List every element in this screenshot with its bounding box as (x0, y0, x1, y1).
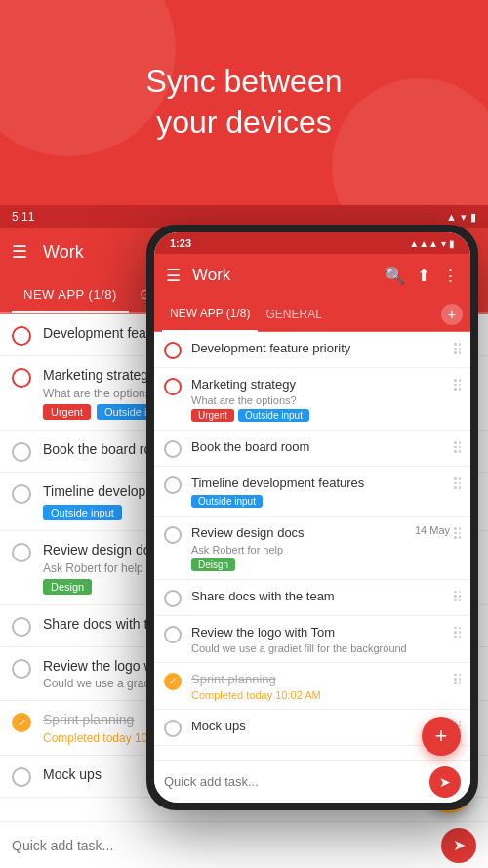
phone-task-subtitle: Completed today 10:02 AM (191, 689, 450, 701)
phone-tab-new-app[interactable]: NEW APP (1/8) (162, 298, 258, 332)
phone-search-icon[interactable]: 🔍 (385, 266, 405, 286)
phone-task-circle (164, 476, 182, 494)
phone-task-item[interactable]: Review the logo with TomCould we use a g… (154, 616, 470, 663)
tablet-status-icons: ▲ ▾ ▮ (446, 211, 476, 224)
phone-drag-handle (454, 588, 461, 602)
hero-line1: Sync between (145, 63, 342, 99)
phone-main-fab[interactable]: + (422, 717, 461, 756)
phone-drag-handle (454, 376, 461, 391)
hero-line2: your devices (156, 104, 332, 140)
phone-drag-handle (454, 624, 461, 639)
phone-task-tags: Outside input (191, 495, 450, 508)
phone-task-title: Timeline development features (191, 475, 450, 492)
phone-task-item[interactable]: Timeline development featuresOutside inp… (154, 467, 470, 517)
phone-drag-handle (454, 524, 461, 539)
phone-drag-handle (454, 475, 461, 489)
task-circle (12, 659, 31, 679)
task-circle (12, 767, 31, 787)
phone-share-icon[interactable]: ⬆ (417, 266, 430, 286)
task-circle (12, 442, 31, 462)
phone-task-subtitle: Ask Robert for help (191, 544, 415, 556)
task-tag: Outside input (43, 505, 122, 520)
device-container: 5:11 ▲ ▾ ▮ ☰ Work 🔍 ⬆ ⋮ NEW APP (1/8) GE… (0, 205, 488, 868)
task-tag: Design (43, 579, 92, 595)
phone-wifi-icon: ▾ (441, 238, 446, 249)
phone-signal-icon: ▲▲▲ (409, 238, 438, 249)
phone-task-circle (164, 626, 182, 643)
task-circle (12, 713, 31, 732)
phone-task-tags: Deisgn (191, 558, 415, 571)
phone-task-item[interactable]: Share docs with the team (154, 580, 470, 616)
phone-task-tag: Urgent (191, 409, 234, 422)
phone-more-icon[interactable]: ⋮ (442, 266, 459, 286)
phone-send-button[interactable]: ➤ (429, 766, 461, 798)
phone-task-circle (164, 526, 182, 544)
phone-task-title: Sprint planning (191, 671, 450, 688)
phone-screen: 1:23 ▲▲▲ ▾ ▮ ☰ Work 🔍 ⬆ ⋮ NEW APP (1/8) (154, 232, 470, 803)
tablet-send-button[interactable]: ➤ (441, 828, 476, 863)
phone-tabs-bar: NEW APP (1/8) GENERAL + (154, 297, 470, 332)
battery-icon: ▮ (470, 211, 476, 224)
phone-app-bar: ☰ Work 🔍 ⬆ ⋮ (154, 254, 470, 297)
phone-status-icons: ▲▲▲ ▾ ▮ (409, 238, 455, 249)
phone-task-title: Review the logo with Tom (191, 624, 450, 641)
phone-task-item[interactable]: Development feature priority (154, 332, 470, 368)
task-circle (12, 617, 31, 637)
phone-drag-handle (454, 671, 461, 685)
signal-icon: ▲ (446, 211, 457, 223)
phone-status-bar: 1:23 ▲▲▲ ▾ ▮ (154, 232, 470, 254)
task-circle (12, 484, 31, 504)
tab-new-app[interactable]: NEW APP (1/8) (12, 276, 129, 313)
phone-task-subtitle: Could we use a gradiet fill for the back… (191, 642, 450, 654)
phone-battery-icon: ▮ (449, 238, 455, 249)
phone-task-item[interactable]: Book the board room (154, 431, 470, 467)
phone-task-circle (164, 378, 182, 395)
phone-task-tag: Outside input (238, 409, 309, 422)
phone-task-item[interactable]: Sprint planningCompleted today 10:02 AM (154, 663, 470, 710)
hero-section: Sync between your devices (0, 0, 488, 205)
phone-task-date: 14 May (415, 524, 450, 536)
task-circle (12, 368, 31, 388)
phone-task-title: Marketing strategy (191, 376, 450, 393)
phone-quick-add-input[interactable] (164, 774, 429, 789)
tablet-quick-add-input[interactable] (12, 838, 441, 853)
tablet-quick-add-bar: ➤ (0, 821, 488, 868)
phone-menu-icon[interactable]: ☰ (166, 266, 181, 286)
phone-task-tag: Deisgn (191, 558, 235, 571)
phone-drag-handle (454, 340, 461, 354)
phone-task-subtitle: What are the options? (191, 394, 450, 406)
phone-device: 1:23 ▲▲▲ ▾ ▮ ☰ Work 🔍 ⬆ ⋮ NEW APP (1/8) (146, 225, 478, 810)
phone-task-title: Share docs with the team (191, 588, 450, 605)
phone-task-circle (164, 590, 182, 607)
phone-task-item[interactable]: Review design docsAsk Robert for helpDei… (154, 517, 470, 579)
phone-app-title: Work (192, 266, 373, 285)
phone-task-title: Review design docs (191, 524, 415, 542)
task-circle (12, 543, 31, 562)
phone-tab-general[interactable]: GENERAL (258, 297, 329, 331)
phone-drag-handle (454, 438, 461, 453)
phone-task-title: Mock ups (191, 718, 450, 735)
tablet-time: 5:11 (12, 210, 34, 224)
phone-task-circle (164, 342, 182, 359)
phone-add-fab[interactable]: + (441, 304, 463, 325)
menu-icon[interactable]: ☰ (12, 241, 27, 263)
phone-task-title: Book the board room (191, 438, 450, 456)
phone-task-circle (164, 440, 182, 458)
phone-task-circle (164, 673, 182, 690)
task-tag: Urgent (43, 404, 91, 420)
phone-task-circle (164, 720, 182, 737)
phone-task-title: Development feature priority (191, 340, 450, 357)
phone-quick-add-bar: ➤ (154, 760, 470, 803)
phone-task-tags: UrgentOutside input (191, 409, 450, 422)
wifi-icon: ▾ (461, 211, 467, 224)
phone-task-item[interactable]: Marketing strategyWhat are the options?U… (154, 368, 470, 431)
phone-task-list: Development feature priorityMarketing st… (154, 332, 470, 760)
phone-task-tag: Outside input (191, 495, 263, 508)
hero-text: Sync between your devices (145, 62, 342, 143)
task-circle (12, 326, 31, 346)
phone-time: 1:23 (170, 237, 191, 249)
